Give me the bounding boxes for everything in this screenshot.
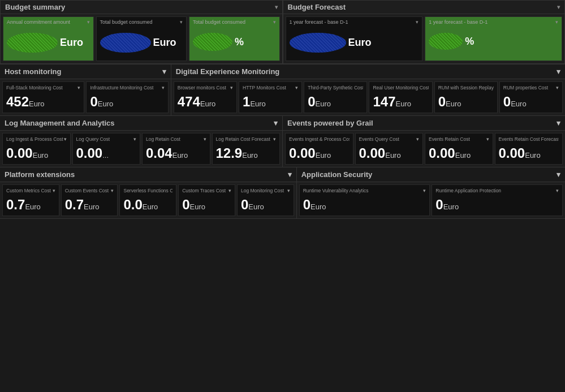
log-retain-label: Log Retain Cost ▾: [146, 136, 206, 142]
events-retain-filter[interactable]: ▾: [486, 136, 489, 142]
log-monitoring-label: Log Monitoring Cost ▾: [241, 188, 290, 193]
rum-properties-label: RUM properties Cost ▾: [503, 85, 559, 91]
forecast-pct-unit: %: [465, 36, 474, 48]
events-retain-label: Events Retain Cost ▾: [429, 136, 489, 142]
budget-forecast-header: Budget Forecast ▾: [283, 1, 565, 14]
serverless-card: Serverless Functions Cost ▾ 0.0Euro: [119, 184, 176, 216]
browser-filter[interactable]: ▾: [230, 85, 233, 91]
fullstack-value-row: 452Euro: [6, 94, 80, 110]
host-monitoring-panel: Host monitoring ▾ Full-Stack Monitoring …: [0, 64, 171, 115]
fullstack-filter[interactable]: ▾: [77, 85, 80, 91]
rum-session-value: 0: [438, 94, 446, 109]
serverless-value: 0.0: [123, 197, 142, 212]
total-euro-filter-icon[interactable]: ▾: [180, 19, 183, 25]
events-ingest-card: Events Ingest & Process Cost ▾ 0.00Euro: [285, 133, 353, 165]
platform-extensions-title: Platform extensions: [5, 170, 75, 179]
platform-extensions-metrics: Custom Metrics Cost ▾ 0.7Euro Custom Eve…: [0, 182, 296, 218]
http-cost-label: HTTP Monitors Cost ▾: [243, 85, 298, 91]
forecast-euro-unit: Euro: [348, 37, 372, 49]
forecast-pct-filter[interactable]: ▾: [555, 19, 558, 25]
custom-events-unit: Euro: [84, 203, 99, 211]
total-pct-blob-container: %: [193, 27, 276, 57]
log-ingest-label: Log Ingest & Process Cost ▾: [6, 136, 67, 142]
log-retain-forecast-filter[interactable]: ▾: [273, 136, 276, 142]
forecast-euro-blob: [290, 33, 346, 53]
custom-traces-label: Custom Traces Cost ▾: [182, 188, 231, 193]
forecast-euro-filter[interactable]: ▾: [416, 19, 419, 25]
infra-filter[interactable]: ▾: [162, 85, 165, 91]
runtime-vuln-unit: Euro: [310, 203, 326, 211]
events-retain-forecast-card: Events Retain Cost Forecast ▾ 0.00Euro: [495, 133, 563, 165]
events-retain-forecast-label: Events Retain Cost Forecast ▾: [499, 136, 559, 142]
custom-metrics-unit: Euro: [25, 203, 40, 211]
browser-value: 474: [178, 94, 200, 109]
rum-cost-label: Real User Monitoring Cost ▾: [373, 85, 428, 91]
log-retain-unit: Euro: [172, 151, 188, 160]
fullstack-value: 452: [6, 94, 29, 109]
budget-summary-header: Budget summary ▾: [1, 1, 282, 14]
infra-unit: Euro: [98, 100, 113, 108]
serverless-unit: Euro: [143, 203, 158, 211]
log-monitoring-filter[interactable]: ▾: [287, 188, 290, 193]
runtime-vuln-filter[interactable]: ▾: [423, 188, 426, 193]
budget-summary-chevron[interactable]: ▾: [275, 4, 278, 10]
events-query-filter[interactable]: ▾: [416, 136, 419, 142]
log-ingest-card: Log Ingest & Process Cost ▾ 0.00Euro: [2, 133, 71, 165]
fullstack-cost-label: Full-Stack Monitoring Cost ▾: [6, 85, 80, 91]
total-budget-pct-label: Total budget consumed ▾: [193, 19, 276, 25]
log-management-title: Log Management and Analytics: [5, 119, 115, 127]
total-pct-filter-icon[interactable]: ▾: [273, 19, 276, 25]
budget-forecast-chevron[interactable]: ▾: [557, 4, 560, 10]
custom-events-card: Custom Events Cost ▾ 0.7Euro: [61, 184, 118, 216]
log-query-unit: ...: [102, 151, 109, 160]
fullstack-unit: Euro: [29, 100, 44, 108]
events-metrics: Events Ingest & Process Cost ▾ 0.00Euro …: [283, 131, 565, 167]
custom-events-label: Custom Events Cost ▾: [65, 188, 114, 193]
log-retain-forecast-value: 12.9: [216, 145, 243, 161]
platform-extensions-chevron[interactable]: ▾: [288, 170, 292, 179]
log-ingest-filter[interactable]: ▾: [64, 136, 67, 142]
custom-metrics-card: Custom Metrics Cost ▾ 0.7Euro: [2, 184, 59, 216]
infra-value: 0: [90, 94, 97, 109]
runtime-app-protection-label: Runtime Application Protection ▾: [435, 188, 559, 193]
events-header: Events powered by Grail ▾: [283, 116, 565, 131]
http-cost-card: HTTP Monitors Cost ▾ 1Euro: [239, 81, 302, 113]
custom-traces-filter[interactable]: ▾: [228, 188, 231, 193]
http-filter[interactable]: ▾: [295, 85, 298, 91]
host-monitoring-chevron[interactable]: ▾: [162, 67, 166, 76]
log-management-metrics: Log Ingest & Process Cost ▾ 0.00Euro Log…: [0, 131, 282, 167]
budget-forecast-panel: Budget Forecast ▾ 1 year forecast - base…: [283, 0, 566, 64]
total-pct-blob: [193, 33, 232, 51]
log-retain-card: Log Retain Cost ▾ 0.04Euro: [142, 133, 210, 165]
log-query-filter[interactable]: ▾: [133, 136, 136, 142]
annual-filter-icon[interactable]: ▾: [87, 19, 90, 25]
thirdparty-unit: Euro: [316, 100, 331, 108]
log-retain-filter[interactable]: ▾: [204, 136, 206, 142]
budget-summary-panel: Budget summary ▾ Annual commitment amoun…: [0, 0, 283, 64]
budget-summary-title: Budget summary: [5, 3, 65, 11]
runtime-app-protection-filter[interactable]: ▾: [556, 188, 559, 193]
rum-properties-filter[interactable]: ▾: [556, 85, 559, 91]
annual-commitment-label: Annual commitment amount ▾: [7, 19, 90, 25]
total-budget-euro-label: Total budget consumed ▾: [100, 19, 183, 25]
digital-experience-metrics: Browser monitors Cost ▾ 474Euro HTTP Mon…: [171, 79, 565, 115]
log-management-chevron[interactable]: ▾: [274, 119, 278, 127]
custom-events-filter[interactable]: ▾: [111, 188, 114, 193]
application-security-chevron[interactable]: ▾: [557, 170, 560, 179]
rum-session-label: RUM with Session Replay Cost ▾: [438, 85, 494, 91]
log-retain-forecast-unit: Euro: [242, 151, 257, 160]
fullstack-cost-card: Full-Stack Monitoring Cost ▾ 452Euro: [2, 81, 84, 113]
budget-forecast-title: Budget Forecast: [288, 3, 346, 11]
application-security-title: Application Security: [301, 170, 373, 179]
host-monitoring-metrics: Full-Stack Monitoring Cost ▾ 452Euro Inf…: [0, 79, 171, 115]
events-query-unit: Euro: [385, 151, 400, 160]
runtime-app-protection-unit: Euro: [443, 203, 459, 211]
log-management-header: Log Management and Analytics ▾: [0, 116, 282, 131]
annual-blob: [7, 33, 58, 53]
events-chevron[interactable]: ▾: [557, 119, 560, 127]
browser-cost-label: Browser monitors Cost ▾: [178, 85, 233, 91]
infra-cost-label: Infrastructure Monitoring Cost ▾: [90, 85, 164, 91]
digital-experience-chevron[interactable]: ▾: [557, 67, 560, 76]
custom-metrics-filter[interactable]: ▾: [53, 188, 55, 193]
http-unit: Euro: [250, 100, 265, 108]
